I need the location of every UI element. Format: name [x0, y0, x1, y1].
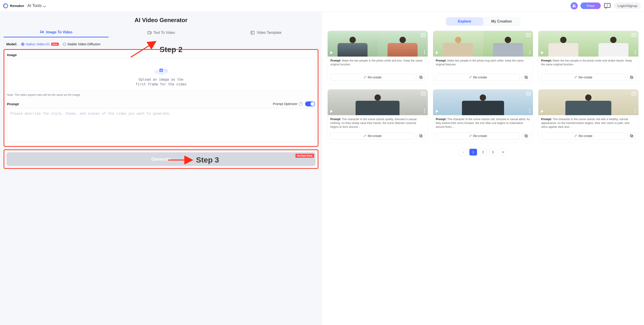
- nav-right: Price Login/Signup: [570, 2, 641, 10]
- remaker-logo-icon: [3, 4, 8, 8]
- svg-rect-29: [630, 134, 632, 136]
- svg-rect-24: [420, 135, 422, 137]
- limited-time-badge: limited-time: [296, 154, 314, 158]
- copy-icon: [630, 134, 634, 138]
- copy-button[interactable]: [628, 132, 636, 140]
- card-prompt: Prompt: The character in the scene stand…: [436, 118, 530, 130]
- community-icon[interactable]: [570, 2, 578, 10]
- prompt-header-row: Prompt Prompt Optimizer ?: [7, 102, 315, 106]
- brand-logo[interactable]: Remaker: [3, 4, 24, 8]
- upload-text-line2: first frame for the video: [136, 82, 186, 87]
- card-prompt: Prompt: Make two people in the photo hug…: [436, 59, 530, 71]
- tab-video-template[interactable]: Video Template: [214, 28, 318, 38]
- play-icon[interactable]: [541, 51, 544, 54]
- play-icon[interactable]: [436, 51, 438, 54]
- wand-icon: [574, 134, 577, 138]
- tab-explore[interactable]: Explore: [446, 17, 483, 26]
- video-thumbnail[interactable]: [433, 90, 533, 115]
- video-card: Prompt: Make two people in the photo hug…: [433, 31, 533, 84]
- video-thumbnail[interactable]: [538, 90, 638, 115]
- aspect-ratio-note: Note: The video aspect ratio will be the…: [7, 93, 315, 96]
- radio-dot-icon: [63, 42, 66, 46]
- svg-rect-9: [251, 31, 254, 34]
- copy-button[interactable]: [522, 132, 530, 140]
- play-icon[interactable]: [436, 110, 438, 113]
- copy-button[interactable]: [628, 74, 636, 81]
- svg-rect-21: [525, 76, 527, 78]
- more-menu-icon[interactable]: [635, 50, 636, 54]
- price-button[interactable]: Price: [580, 2, 601, 9]
- model-hailuo-label: Hailuo Video-01: [26, 42, 50, 46]
- recreate-button[interactable]: Re-create: [541, 132, 625, 140]
- more-menu-icon[interactable]: [424, 109, 425, 113]
- more-menu-icon[interactable]: [635, 109, 636, 113]
- generate-label: Generate: [151, 157, 171, 162]
- copy-button[interactable]: [417, 74, 425, 81]
- pagination: 1 2 3: [328, 149, 638, 156]
- radio-stable[interactable]: Stable Video Diffusion: [63, 42, 100, 46]
- main-area: AI Video Generator Image To Video T Text…: [0, 12, 644, 325]
- brand-name: Remaker: [10, 4, 24, 8]
- image-badge-icon: [526, 92, 531, 95]
- radio-hailuo[interactable]: Hailuo Video-01 New: [21, 42, 58, 46]
- play-icon[interactable]: [541, 110, 544, 113]
- copy-button[interactable]: [417, 132, 425, 140]
- top-nav: Remaker AI Tools Price Login/Signup: [0, 0, 644, 12]
- more-menu-icon[interactable]: [424, 50, 425, 54]
- login-signup-button[interactable]: Login/Signup: [614, 2, 641, 9]
- page-3[interactable]: 3: [489, 149, 497, 156]
- video-thumbnail[interactable]: [328, 31, 428, 56]
- video-thumbnail[interactable]: [433, 31, 533, 56]
- step3-highlight-box: Generate limited-time: [4, 150, 318, 169]
- image-upload-area[interactable]: Upload an image as the first frame for t…: [7, 58, 315, 91]
- ai-tools-dropdown[interactable]: AI Tools: [27, 4, 46, 8]
- svg-rect-22: [631, 77, 633, 79]
- page-2[interactable]: 2: [479, 149, 487, 156]
- text-to-video-icon: T: [147, 30, 152, 35]
- generate-button[interactable]: Generate limited-time: [6, 152, 316, 166]
- help-icon[interactable]: ?: [299, 102, 303, 106]
- play-icon[interactable]: [330, 51, 333, 54]
- tab-label: Image To Video: [46, 30, 72, 34]
- recreate-button[interactable]: Re-create: [541, 74, 625, 81]
- model-selector: Model: Hailuo Video-01 New Stable Video …: [4, 42, 318, 46]
- card-prompt: Prompt: Make the two people in the photo…: [541, 59, 636, 71]
- tab-text-to-video[interactable]: T Text To Video: [108, 28, 214, 38]
- card-prompt: Prompt: Make the two people in the photo…: [330, 59, 425, 71]
- page-next[interactable]: [499, 149, 507, 156]
- feedback-icon[interactable]: [604, 3, 611, 9]
- recreate-button[interactable]: Re-create: [436, 132, 520, 140]
- recreate-button[interactable]: Re-create: [436, 74, 520, 81]
- model-label: Model:: [6, 42, 17, 46]
- chevron-right-icon: [502, 151, 504, 153]
- chevron-left-icon: [462, 151, 464, 153]
- ai-tools-label: AI Tools: [27, 4, 42, 8]
- video-card: Prompt: Make the two people in the photo…: [328, 31, 428, 84]
- cards-grid: Prompt: Make the two people in the photo…: [328, 31, 638, 143]
- image-to-video-icon: [40, 30, 44, 34]
- video-thumbnail[interactable]: [328, 90, 428, 115]
- page-1[interactable]: 1: [469, 149, 477, 156]
- wand-icon: [469, 76, 472, 79]
- video-card: Prompt: Make the two people in the photo…: [538, 31, 638, 84]
- prompt-optimizer-toggle[interactable]: [305, 102, 315, 106]
- more-menu-icon[interactable]: [529, 50, 530, 54]
- wand-icon: [574, 76, 577, 79]
- copy-icon: [630, 76, 634, 79]
- page-prev[interactable]: [460, 149, 467, 156]
- tab-image-to-video[interactable]: Image To Video: [4, 28, 108, 38]
- prompt-textarea[interactable]: [7, 108, 315, 142]
- generator-tabs: Image To Video T Text To Video Video Tem…: [4, 28, 318, 38]
- tab-label: Video Template: [257, 31, 282, 35]
- svg-rect-23: [630, 76, 632, 78]
- prompt-optimizer-label: Prompt Optimizer: [273, 102, 298, 106]
- play-icon[interactable]: [330, 110, 333, 113]
- prompt-section-label: Prompt: [7, 102, 19, 106]
- copy-button[interactable]: [522, 74, 530, 81]
- more-menu-icon[interactable]: [529, 109, 530, 113]
- video-thumbnail[interactable]: [538, 31, 638, 56]
- recreate-button[interactable]: Re-create: [330, 74, 414, 81]
- recreate-button[interactable]: Re-create: [330, 132, 414, 140]
- tab-my-creation[interactable]: My Creation: [483, 17, 520, 26]
- svg-rect-26: [526, 135, 528, 137]
